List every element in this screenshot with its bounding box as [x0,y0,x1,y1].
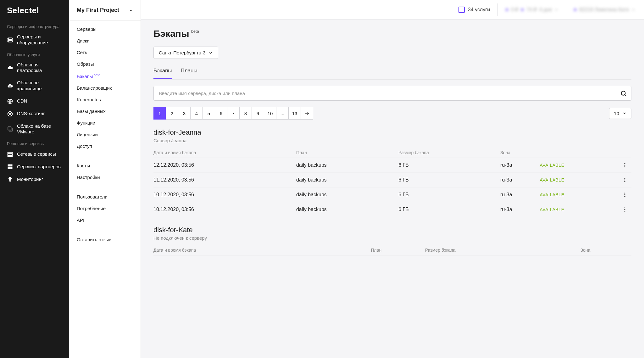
account-label: 82218 Левитина Катя [579,7,629,13]
nav-label: Облачное хранилище [17,80,62,92]
globe-icon [7,98,13,104]
nav-label: Облако на базе VMware [17,123,62,135]
svg-rect-8 [8,154,13,155]
nav-item[interactable]: Мониторинг [0,173,69,186]
search-icon[interactable] [620,90,627,97]
nav-section-header: Серверы и инфраструктура [0,21,69,31]
sub-item[interactable]: Сеть [69,47,141,58]
col-header: Размер бэкапа [425,245,580,255]
sub-item[interactable]: Пользователи [69,191,141,203]
pager-row: 12345678910...13 10 [153,107,631,120]
nav-item[interactable]: Сервисы партнеров [0,160,69,173]
sub-item[interactable]: Диски [69,35,141,47]
col-header: Зона [580,245,631,255]
cell-date: 12.12.2020, 03:56 [153,158,296,173]
svg-point-22 [625,181,625,182]
cloud-icon [7,64,13,71]
sub-item[interactable]: Серверы [69,23,141,35]
region-selector[interactable]: Санкт-Петербург ru-3 [153,47,218,59]
sub-item[interactable]: Оставить отзыв [69,234,141,245]
svg-point-27 [625,209,625,210]
row-menu[interactable] [622,173,631,187]
page-next[interactable] [301,107,313,120]
services-label: 34 услуги [468,7,490,13]
page-title-text: Бэкапы [153,28,189,39]
nav-item[interactable]: Облачное хранилище [0,77,69,95]
project-subpanel: My First Project СерверыДискиСетьОбразыБ… [69,0,141,358]
group-subtitle: Не подключен к серверу [153,235,631,241]
cell-plan: daily backups [296,202,398,217]
sub-item[interactable]: Базы данных [69,105,141,117]
col-header: План [371,245,425,255]
chevron-down-icon [208,51,213,55]
backup-group: disk-for-KateНе подключен к серверуДата … [153,226,631,255]
dot-icon [505,8,508,11]
sub-item[interactable]: Балансировщик [69,82,141,94]
page-btn[interactable]: 3 [178,107,191,120]
sub-item[interactable]: Потребление [69,203,141,214]
cell-plan: daily backups [296,187,398,202]
status-badge: AVAILABLE [540,163,564,168]
dots-vertical-icon [622,177,628,183]
page-btn[interactable]: 13 [288,107,301,120]
tab[interactable]: Бэкапы [153,68,172,79]
svg-rect-12 [8,167,9,169]
page-btn[interactable]: 4 [190,107,203,120]
page-btn[interactable]: 2 [166,107,178,120]
page-btn[interactable]: 8 [239,107,252,120]
cloud-upload-icon [7,83,13,89]
row-menu[interactable] [622,202,631,217]
chevron-down-icon [622,111,627,115]
sub-item[interactable]: Функции [69,117,141,129]
status-badge: AVAILABLE [540,207,564,212]
search-input[interactable] [153,86,631,101]
stack-icon [7,126,13,132]
sub-item[interactable]: Лицензии [69,129,141,140]
page-btn[interactable]: ... [276,107,289,120]
svg-line-15 [625,94,626,96]
table-row: 10.12.2020, 03:56daily backups6 ГБru-3aA… [153,202,631,217]
sub-item-active[interactable]: Бэкапыbeta [69,70,141,82]
dot-icon [521,8,524,11]
sub-item[interactable]: API [69,214,141,226]
svg-point-14 [621,91,625,95]
cell-size: 6 ГБ [398,187,500,202]
servers-icon [7,37,13,43]
cell-status: AVAILABLE [540,173,622,187]
row-menu[interactable] [622,158,631,173]
nav-label: Облачная платформа [17,62,62,74]
cell-plan: daily backups [296,173,398,187]
project-name: My First Project [77,7,119,14]
sub-item[interactable]: Квоты [69,160,141,171]
page-btn[interactable]: 1 [153,107,166,120]
nav-item[interactable]: Облако на базе VMware [0,120,69,138]
per-page-selector[interactable]: 10 [609,108,631,119]
days: 4 дня [539,7,552,13]
col-header: Дата и время бэкапа [153,148,296,158]
svg-point-28 [625,211,625,212]
sub-item[interactable]: Kubernetes [69,94,141,105]
account-menu[interactable]: 82218 Левитина Катя [574,7,635,13]
cell-date: 11.12.2020, 03:56 [153,173,296,187]
page-btn[interactable]: 9 [252,107,264,120]
balance-widget[interactable]: 0 ₽ 74 ₽ 4 дня [505,7,558,13]
page-btn[interactable]: 6 [215,107,227,120]
nav-item[interactable]: CDN [0,95,69,108]
nav-item[interactable]: Облачная платформа [0,59,69,77]
project-selector[interactable]: My First Project [69,0,141,21]
page-btn[interactable]: 7 [227,107,240,120]
services-count[interactable]: 34 услуги [458,7,490,13]
dots-vertical-icon [622,162,628,168]
nav-item[interactable]: Сетевые сервисы [0,148,69,160]
nav-item[interactable]: DNS-хостинг [0,108,69,120]
nav-label: Мониторинг [17,176,43,182]
page-btn[interactable]: 10 [264,107,276,120]
row-menu[interactable] [622,187,631,202]
sub-item[interactable]: Настройки [69,171,141,183]
sub-item[interactable]: Доступ [69,140,141,152]
sub-item[interactable]: Образы [69,58,141,70]
svg-rect-11 [11,165,12,166]
page-btn[interactable]: 5 [203,107,215,120]
nav-item[interactable]: Серверы и оборудование [0,31,69,49]
tab[interactable]: Планы [181,68,197,79]
